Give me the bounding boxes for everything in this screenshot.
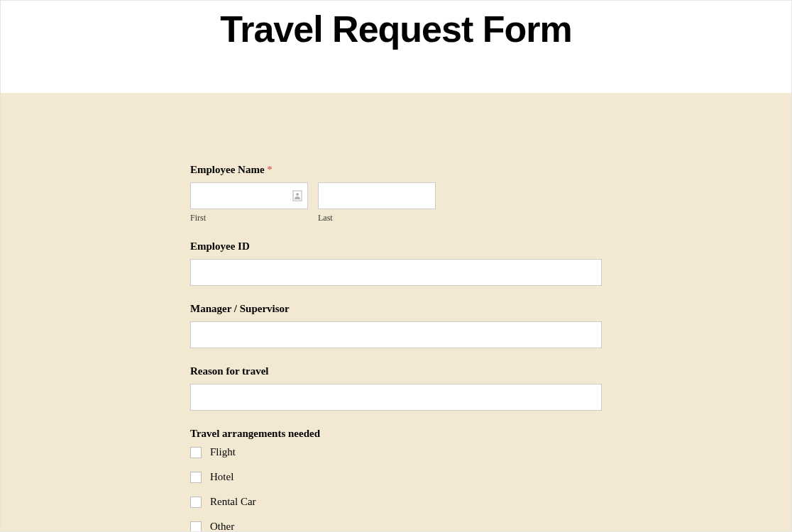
employee-id-group: Employee ID [190, 240, 602, 286]
checkbox-row-other: Other [190, 521, 602, 532]
manager-input[interactable] [190, 321, 602, 348]
checkbox-row-rental-car: Rental Car [190, 496, 602, 508]
form-section: Employee Name * First [1, 93, 791, 532]
checkbox-other-label[interactable]: Other [210, 521, 234, 532]
checkbox-rental-car[interactable] [190, 497, 202, 508]
last-name-input[interactable] [318, 182, 436, 209]
form-container: Employee Name * First [190, 164, 602, 532]
checkbox-other[interactable] [190, 521, 202, 533]
employee-name-label-text: Employee Name [190, 164, 265, 175]
employee-id-input[interactable] [190, 259, 602, 286]
checkbox-flight[interactable] [190, 447, 202, 458]
reason-group: Reason for travel [190, 365, 602, 411]
name-row: First Last [190, 182, 602, 223]
first-name-col: First [190, 182, 308, 223]
reason-input[interactable] [190, 384, 602, 411]
page-title: Travel Request Form [1, 8, 791, 50]
checkbox-hotel[interactable] [190, 472, 202, 483]
header-section: Travel Request Form [1, 1, 791, 93]
contact-card-icon [292, 190, 302, 201]
first-name-sublabel: First [190, 213, 308, 223]
first-name-wrapper [190, 182, 308, 209]
last-name-col: Last [318, 182, 436, 223]
last-name-sublabel: Last [318, 213, 436, 223]
arrangements-label: Travel arrangements needed [190, 428, 602, 440]
svg-point-1 [296, 193, 299, 196]
manager-group: Manager / Supervisor [190, 303, 602, 348]
required-asterisk: * [267, 164, 273, 175]
manager-label: Manager / Supervisor [190, 303, 602, 315]
employee-name-group: Employee Name * First [190, 164, 602, 223]
first-name-input[interactable] [190, 182, 308, 209]
arrangements-group: Travel arrangements needed Flight Hotel … [190, 428, 602, 532]
checkbox-row-flight: Flight [190, 446, 602, 458]
checkbox-flight-label[interactable]: Flight [210, 446, 236, 458]
reason-label: Reason for travel [190, 365, 602, 377]
checkbox-hotel-label[interactable]: Hotel [210, 471, 233, 483]
checkbox-row-hotel: Hotel [190, 471, 602, 483]
checkbox-rental-car-label[interactable]: Rental Car [210, 496, 256, 508]
employee-id-label: Employee ID [190, 240, 602, 253]
employee-name-label: Employee Name * [190, 164, 602, 176]
checkbox-group: Flight Hotel Rental Car Other [190, 446, 602, 532]
